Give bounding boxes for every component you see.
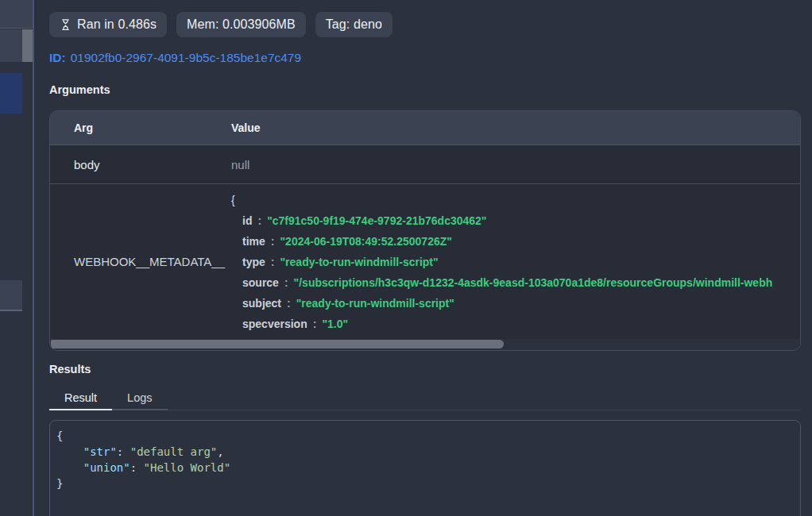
object-value: "ready-to-run-windmill-script" bbox=[296, 297, 454, 310]
result-json-block: { "str": "default arg", "union": "Hello … bbox=[49, 420, 801, 516]
object-entry: time:"2024-06-19T08:49:52.2500726Z" bbox=[231, 231, 800, 252]
tag-badge-label: Tag: deno bbox=[326, 17, 382, 32]
arg-name-webhook-metadata: WEBHOOK__METADATA__ bbox=[50, 184, 231, 339]
run-id-label: ID: bbox=[49, 51, 66, 64]
object-key: specversion bbox=[242, 318, 307, 330]
object-entry: type:"ready-to-run-windmill-script" bbox=[231, 252, 800, 272]
object-value: "/subscriptions/h3c3qw-d1232-4asdk-9easd… bbox=[294, 276, 773, 289]
duration-badge: Ran in 0.486s bbox=[49, 12, 167, 37]
code-line: "str": "default arg", bbox=[56, 444, 794, 460]
memory-badge-label: Mem: 0.003906MB bbox=[187, 17, 296, 32]
object-value: "2024-06-19T08:49:52.2500726Z" bbox=[280, 235, 451, 248]
arguments-table-header: Arg Value bbox=[50, 111, 800, 145]
value-column-header: Value bbox=[231, 121, 800, 134]
colon-separator: : bbox=[284, 276, 288, 289]
code-line: } bbox=[56, 476, 794, 491]
object-entry: source:"/subscriptions/h3c3qw-d1232-4asd… bbox=[231, 272, 800, 293]
object-open-brace: { bbox=[231, 190, 800, 210]
underlay-page-edge bbox=[0, 0, 33, 516]
object-key: time bbox=[242, 235, 265, 248]
object-key: id bbox=[242, 214, 252, 227]
code-line: { bbox=[56, 428, 794, 444]
object-key: source bbox=[242, 276, 279, 289]
hourglass-icon bbox=[60, 18, 72, 31]
memory-badge: Mem: 0.003906MB bbox=[176, 12, 306, 37]
colon-separator: : bbox=[287, 297, 291, 310]
underlay-scrollbar-thumb[interactable] bbox=[22, 29, 33, 62]
tag-badge: Tag: deno bbox=[315, 12, 392, 37]
table-row: WEBHOOK__METADATA__ { id:"c7f91c50-9f19-… bbox=[50, 184, 800, 339]
code-line: "union": "Hello World" bbox=[56, 460, 794, 476]
colon-separator: : bbox=[257, 214, 261, 227]
webhook-metadata-object-viewer: { id:"c7f91c50-9f19-474e-9792-21b76dc304… bbox=[231, 184, 800, 339]
arg-column-header: Arg bbox=[50, 121, 231, 134]
colon-separator: : bbox=[271, 256, 275, 268]
underlay-row-fragment bbox=[0, 29, 22, 62]
drawer-edge-divider bbox=[33, 0, 34, 516]
object-key: subject bbox=[242, 297, 281, 310]
arg-name-body: body bbox=[50, 158, 231, 171]
tab-result[interactable]: Result bbox=[49, 387, 112, 410]
underlay-topbar-fragment bbox=[0, 0, 33, 29]
arguments-section-title: Arguments bbox=[49, 83, 801, 97]
colon-separator: : bbox=[313, 318, 317, 330]
run-badges: Ran in 0.486s Mem: 0.003906MB Tag: deno bbox=[49, 12, 801, 37]
tab-logs[interactable]: Logs bbox=[112, 387, 167, 410]
results-tabs: Result Logs bbox=[49, 387, 801, 410]
run-detail-panel: Ran in 0.486s Mem: 0.003906MB Tag: deno … bbox=[49, 0, 801, 516]
table-row: body null bbox=[50, 145, 800, 184]
run-id-value[interactable]: 01902fb0-2967-4091-9b5c-185be1e7c479 bbox=[71, 51, 301, 64]
duration-badge-label: Ran in 0.486s bbox=[77, 17, 157, 32]
horizontal-scrollbar[interactable] bbox=[50, 339, 800, 350]
arg-value-body: null bbox=[231, 158, 800, 171]
object-value: "c7f91c50-9f19-474e-9792-21b76dc30462" bbox=[267, 214, 486, 227]
run-id-row: ID:01902fb0-2967-4091-9b5c-185be1e7c479 bbox=[49, 50, 801, 65]
colon-separator: : bbox=[271, 235, 275, 248]
underlay-nav-item[interactable] bbox=[0, 280, 22, 311]
object-key: type bbox=[242, 256, 265, 268]
results-section-title: Results bbox=[49, 363, 801, 376]
underlay-active-nav-item[interactable] bbox=[0, 73, 22, 114]
object-entry: subject:"ready-to-run-windmill-script" bbox=[231, 293, 800, 314]
object-entry: specversion:"1.0" bbox=[231, 314, 800, 334]
object-entry: id:"c7f91c50-9f19-474e-9792-21b76dc30462… bbox=[231, 210, 800, 231]
object-value: "ready-to-run-windmill-script" bbox=[280, 256, 438, 268]
arguments-table[interactable]: Arg Value body null WEBHOOK__METADATA__ … bbox=[49, 110, 801, 351]
object-value: "1.0" bbox=[322, 318, 348, 330]
scrollbar-thumb[interactable] bbox=[51, 340, 504, 348]
